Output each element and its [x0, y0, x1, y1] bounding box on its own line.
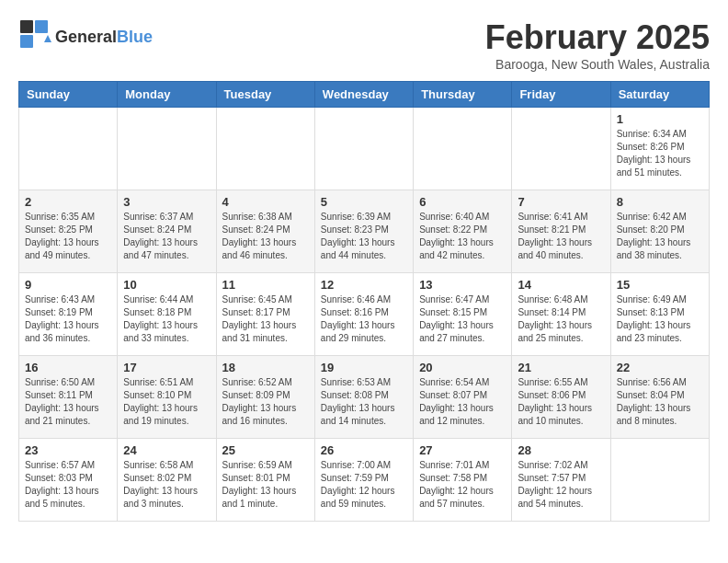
calendar-week-row: 16Sunrise: 6:50 AM Sunset: 8:11 PM Dayli…	[19, 356, 710, 439]
title-section: February 2025 Barooga, New South Wales, …	[485, 18, 710, 72]
logo: GeneralBlue	[18, 18, 153, 55]
day-number: 27	[419, 443, 506, 457]
day-number: 4	[222, 195, 309, 209]
day-number: 3	[123, 195, 210, 209]
day-info: Sunrise: 6:58 AM Sunset: 8:02 PM Dayligh…	[123, 459, 210, 511]
table-row: 27Sunrise: 7:01 AM Sunset: 7:58 PM Dayli…	[414, 439, 512, 522]
logo-text: GeneralBlue	[55, 28, 153, 47]
svg-rect-2	[20, 35, 33, 48]
page-header: GeneralBlue February 2025 Barooga, New S…	[18, 18, 710, 72]
day-info: Sunrise: 6:42 AM Sunset: 8:20 PM Dayligh…	[617, 211, 703, 262]
day-number: 8	[617, 195, 703, 209]
svg-rect-1	[35, 20, 48, 33]
day-info: Sunrise: 6:39 AM Sunset: 8:23 PM Dayligh…	[321, 211, 407, 262]
table-row: 25Sunrise: 6:59 AM Sunset: 8:01 PM Dayli…	[216, 439, 314, 522]
table-row: 26Sunrise: 7:00 AM Sunset: 7:59 PM Dayli…	[314, 439, 413, 522]
day-info: Sunrise: 7:00 AM Sunset: 7:59 PM Dayligh…	[321, 459, 407, 511]
header-wednesday: Wednesday	[314, 82, 413, 108]
day-info: Sunrise: 6:38 AM Sunset: 8:24 PM Dayligh…	[222, 211, 309, 262]
table-row	[414, 108, 512, 190]
table-row: 12Sunrise: 6:46 AM Sunset: 8:16 PM Dayli…	[314, 273, 413, 356]
day-number: 25	[222, 443, 309, 457]
day-number: 2	[25, 195, 111, 209]
calendar-table: Sunday Monday Tuesday Wednesday Thursday…	[18, 81, 710, 522]
table-row: 20Sunrise: 6:54 AM Sunset: 8:07 PM Dayli…	[414, 356, 512, 439]
table-row: 8Sunrise: 6:42 AM Sunset: 8:20 PM Daylig…	[610, 190, 709, 273]
day-info: Sunrise: 6:53 AM Sunset: 8:08 PM Dayligh…	[321, 376, 407, 428]
table-row: 16Sunrise: 6:50 AM Sunset: 8:11 PM Dayli…	[19, 356, 118, 439]
table-row	[610, 439, 709, 522]
day-info: Sunrise: 6:48 AM Sunset: 8:14 PM Dayligh…	[518, 293, 604, 345]
table-row: 28Sunrise: 7:02 AM Sunset: 7:57 PM Dayli…	[512, 439, 610, 522]
table-row: 3Sunrise: 6:37 AM Sunset: 8:24 PM Daylig…	[118, 190, 216, 273]
table-row: 21Sunrise: 6:55 AM Sunset: 8:06 PM Dayli…	[512, 356, 610, 439]
calendar-week-row: 2Sunrise: 6:35 AM Sunset: 8:25 PM Daylig…	[19, 190, 710, 273]
table-row	[118, 108, 216, 190]
day-info: Sunrise: 7:01 AM Sunset: 7:58 PM Dayligh…	[419, 459, 506, 511]
day-info: Sunrise: 6:43 AM Sunset: 8:19 PM Dayligh…	[25, 293, 111, 345]
day-number: 9	[25, 278, 111, 292]
header-tuesday: Tuesday	[216, 82, 314, 108]
logo-blue: Blue	[117, 28, 153, 46]
table-row	[314, 108, 413, 190]
day-number: 23	[25, 443, 111, 457]
day-info: Sunrise: 6:50 AM Sunset: 8:11 PM Dayligh…	[25, 376, 111, 428]
day-number: 22	[617, 361, 703, 374]
calendar-week-row: 9Sunrise: 6:43 AM Sunset: 8:19 PM Daylig…	[19, 273, 710, 356]
header-sunday: Sunday	[19, 82, 118, 108]
day-info: Sunrise: 6:56 AM Sunset: 8:04 PM Dayligh…	[617, 376, 703, 428]
day-info: Sunrise: 6:47 AM Sunset: 8:15 PM Dayligh…	[419, 293, 506, 345]
day-info: Sunrise: 6:51 AM Sunset: 8:10 PM Dayligh…	[123, 376, 210, 428]
day-number: 13	[419, 278, 506, 292]
table-row: 4Sunrise: 6:38 AM Sunset: 8:24 PM Daylig…	[216, 190, 314, 273]
day-info: Sunrise: 6:55 AM Sunset: 8:06 PM Dayligh…	[518, 376, 604, 428]
logo-general: General	[55, 28, 117, 46]
table-row: 1Sunrise: 6:34 AM Sunset: 8:26 PM Daylig…	[610, 108, 709, 190]
day-number: 14	[518, 278, 604, 292]
day-number: 19	[321, 361, 407, 374]
calendar-week-row: 23Sunrise: 6:57 AM Sunset: 8:03 PM Dayli…	[19, 439, 710, 522]
day-info: Sunrise: 6:40 AM Sunset: 8:22 PM Dayligh…	[419, 211, 506, 262]
table-row	[19, 108, 118, 190]
day-number: 5	[321, 195, 407, 209]
calendar-week-row: 1Sunrise: 6:34 AM Sunset: 8:26 PM Daylig…	[19, 108, 710, 190]
day-info: Sunrise: 6:54 AM Sunset: 8:07 PM Dayligh…	[419, 376, 506, 428]
table-row: 13Sunrise: 6:47 AM Sunset: 8:15 PM Dayli…	[414, 273, 512, 356]
logo-icon	[18, 18, 51, 55]
header-friday: Friday	[512, 82, 610, 108]
day-number: 16	[25, 361, 111, 374]
table-row: 14Sunrise: 6:48 AM Sunset: 8:14 PM Dayli…	[512, 273, 610, 356]
header-thursday: Thursday	[414, 82, 512, 108]
table-row: 11Sunrise: 6:45 AM Sunset: 8:17 PM Dayli…	[216, 273, 314, 356]
day-number: 26	[321, 443, 407, 457]
svg-rect-0	[20, 20, 33, 33]
table-row: 10Sunrise: 6:44 AM Sunset: 8:18 PM Dayli…	[118, 273, 216, 356]
day-number: 28	[518, 443, 604, 457]
table-row: 6Sunrise: 6:40 AM Sunset: 8:22 PM Daylig…	[414, 190, 512, 273]
calendar-title: February 2025	[485, 18, 710, 57]
day-info: Sunrise: 6:35 AM Sunset: 8:25 PM Dayligh…	[25, 211, 111, 262]
calendar-header-row: Sunday Monday Tuesday Wednesday Thursday…	[19, 82, 710, 108]
svg-marker-3	[44, 35, 51, 42]
table-row: 23Sunrise: 6:57 AM Sunset: 8:03 PM Dayli…	[19, 439, 118, 522]
table-row: 2Sunrise: 6:35 AM Sunset: 8:25 PM Daylig…	[19, 190, 118, 273]
day-info: Sunrise: 6:44 AM Sunset: 8:18 PM Dayligh…	[123, 293, 210, 345]
table-row	[512, 108, 610, 190]
day-number: 11	[222, 278, 309, 292]
calendar-subtitle: Barooga, New South Wales, Australia	[485, 57, 710, 72]
day-info: Sunrise: 6:45 AM Sunset: 8:17 PM Dayligh…	[222, 293, 309, 345]
day-number: 7	[518, 195, 604, 209]
table-row: 7Sunrise: 6:41 AM Sunset: 8:21 PM Daylig…	[512, 190, 610, 273]
table-row: 19Sunrise: 6:53 AM Sunset: 8:08 PM Dayli…	[314, 356, 413, 439]
day-number: 24	[123, 443, 210, 457]
day-number: 21	[518, 361, 604, 374]
table-row: 17Sunrise: 6:51 AM Sunset: 8:10 PM Dayli…	[118, 356, 216, 439]
day-number: 1	[617, 112, 703, 126]
day-number: 6	[419, 195, 506, 209]
day-number: 10	[123, 278, 210, 292]
day-number: 12	[321, 278, 407, 292]
table-row: 18Sunrise: 6:52 AM Sunset: 8:09 PM Dayli…	[216, 356, 314, 439]
day-info: Sunrise: 6:46 AM Sunset: 8:16 PM Dayligh…	[321, 293, 407, 345]
table-row: 22Sunrise: 6:56 AM Sunset: 8:04 PM Dayli…	[610, 356, 709, 439]
table-row: 24Sunrise: 6:58 AM Sunset: 8:02 PM Dayli…	[118, 439, 216, 522]
